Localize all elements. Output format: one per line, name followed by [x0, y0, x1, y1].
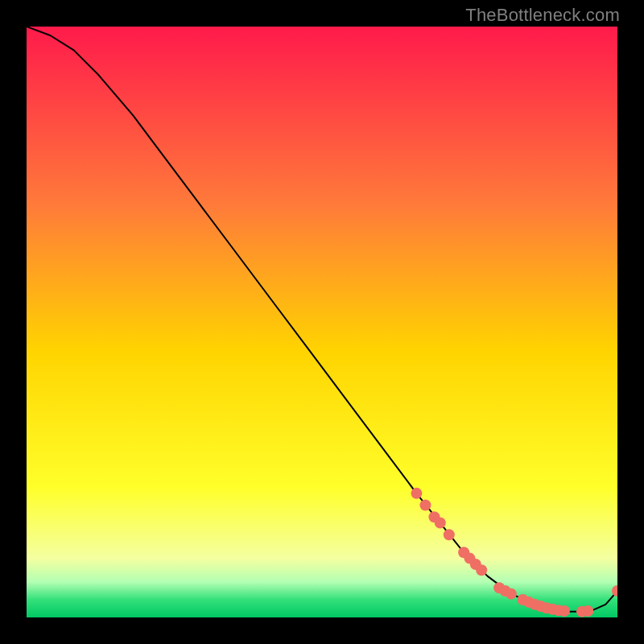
- data-point-marker: [476, 564, 487, 576]
- gradient-background: [27, 27, 617, 617]
- data-point-marker: [582, 605, 593, 617]
- data-point-marker: [444, 529, 455, 540]
- data-point-marker: [435, 518, 446, 529]
- chart-stage: TheBottleneck.com: [0, 0, 644, 644]
- watermark-text: TheBottleneck.com: [465, 5, 620, 26]
- data-point-marker: [506, 588, 517, 600]
- bottleneck-chart: [27, 27, 617, 617]
- data-point-marker: [411, 488, 422, 499]
- data-point-marker: [559, 605, 570, 617]
- data-point-marker: [419, 500, 431, 511]
